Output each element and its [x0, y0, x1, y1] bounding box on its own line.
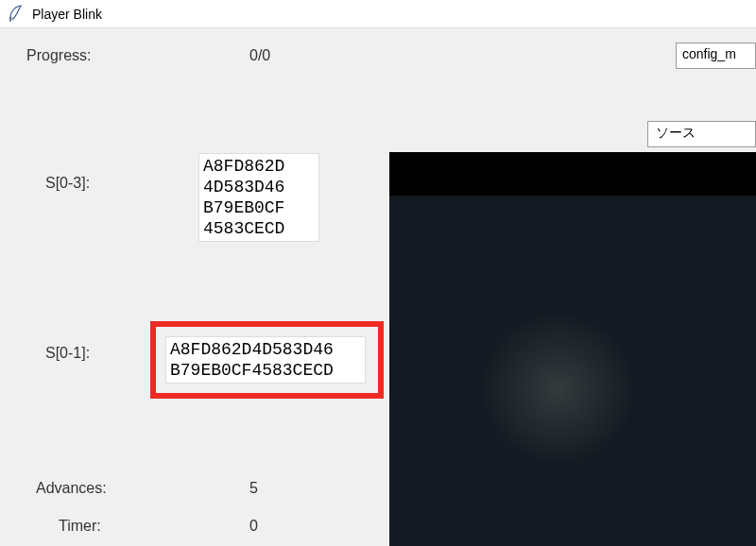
s03-textbox[interactable]: A8FD862D 4D583D46 B79EB0CF 4583CECD — [198, 153, 319, 242]
s01-textbox[interactable]: A8FD862D4D583D46 B79EB0CF4583CECD — [165, 336, 366, 384]
s03-text: A8FD862D 4D583D46 B79EB0CF 4583CECD — [203, 157, 284, 238]
app-icon — [8, 5, 23, 24]
window-title: Player Blink — [32, 7, 102, 22]
titlebar: Player Blink — [0, 0, 756, 28]
s03-label: S[0-3]: — [45, 175, 90, 192]
config-dropdown[interactable]: config_m — [676, 43, 756, 69]
video-preview — [389, 152, 756, 546]
config-dropdown-text: config_m — [682, 46, 736, 61]
s01-text: A8FD862D4D583D46 B79EB0CF4583CECD — [170, 340, 334, 380]
client-area: Progress: 0/0 config_m ソース S[0-3]: A8FD8… — [0, 28, 756, 546]
timer-value: 0 — [249, 518, 258, 535]
video-preview-content — [389, 196, 756, 546]
progress-label: Progress: — [26, 47, 91, 64]
source-dropdown[interactable]: ソース — [647, 121, 756, 147]
progress-value: 0/0 — [249, 47, 270, 64]
s01-label: S[0-1]: — [45, 345, 90, 362]
timer-label: Timer: — [59, 518, 101, 535]
advances-label: Advances: — [36, 480, 107, 497]
source-dropdown-text: ソース — [656, 125, 696, 140]
advances-value: 5 — [249, 480, 258, 497]
